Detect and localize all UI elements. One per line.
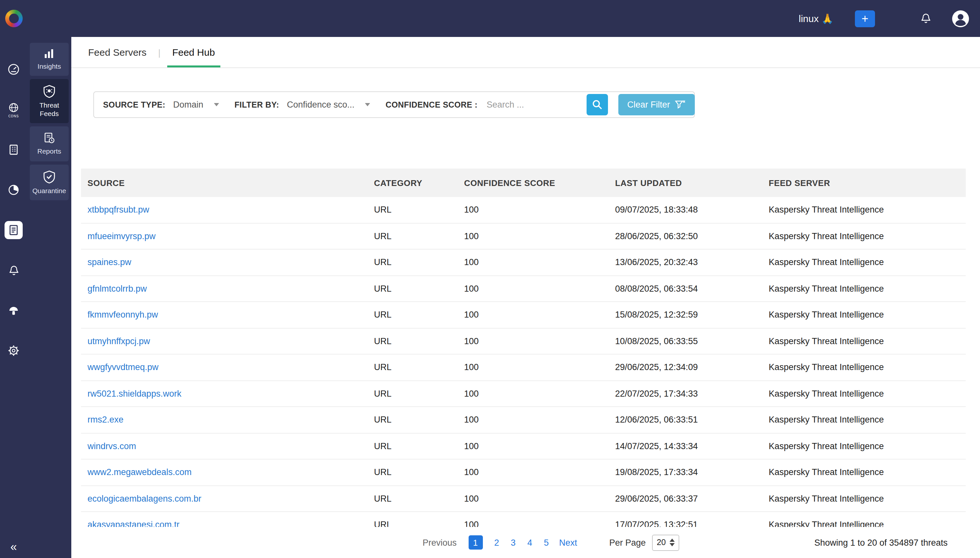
app-logo-icon <box>5 10 23 27</box>
page-button-4[interactable]: 4 <box>527 538 532 547</box>
search-button[interactable] <box>586 94 607 115</box>
per-page-select[interactable]: 20 <box>652 534 680 551</box>
column-header-source: SOURCE <box>81 178 368 188</box>
table-row: www2.megawebdeals.com URL 100 19/08/2025… <box>81 460 966 486</box>
category-cell: URL <box>368 494 458 504</box>
last-updated-cell: 14/07/2025, 14:33:34 <box>609 441 762 451</box>
feed-server-cell: Kaspersky Threat Intelligence <box>762 441 966 451</box>
page-numbers: 12345 <box>468 535 549 550</box>
tab-separator: | <box>158 47 161 57</box>
search-icon <box>591 99 602 110</box>
add-button[interactable]: + <box>855 10 875 27</box>
sidebar-item-label: Insights <box>33 62 66 71</box>
reports-doc-icon <box>43 132 56 145</box>
page-button-2[interactable]: 2 <box>494 538 499 547</box>
table-row: wwgfyvvdtmeq.pw URL 100 29/06/2025, 12:3… <box>81 354 966 381</box>
confidence-search-input[interactable] <box>486 100 584 110</box>
chevron-down-icon <box>213 103 219 106</box>
previous-page-button[interactable]: Previous <box>423 538 456 547</box>
table-row: windrvs.com URL 100 14/07/2025, 14:33:34… <box>81 433 966 460</box>
filter-by-label: FILTER BY: <box>234 100 279 109</box>
notifications-button[interactable] <box>920 12 932 25</box>
user-avatar[interactable] <box>952 10 970 28</box>
mushroom-icon[interactable] <box>0 290 27 330</box>
building-icon[interactable] <box>0 130 27 170</box>
source-link[interactable]: mfueeimvyrsp.pw <box>87 231 156 241</box>
gauge-icon <box>7 63 20 76</box>
feed-server-cell: Kaspersky Threat Intelligence <box>762 494 966 504</box>
category-cell: URL <box>368 310 458 320</box>
pagination-footer: Previous 12345 Next Per Page 20 Showing … <box>71 527 980 558</box>
icon-rail: CDNS <box>0 0 27 558</box>
sidebar-item-label: Quarantine <box>33 186 66 195</box>
next-page-button[interactable]: Next <box>559 538 577 547</box>
source-type-dropdown[interactable]: Domain <box>173 100 219 110</box>
table-row: gfnlmtcolrrb.pw URL 100 08/08/2025, 06:3… <box>81 276 966 302</box>
source-link[interactable]: windrvs.com <box>87 441 136 451</box>
source-link[interactable]: utmyhnffxpcj.pw <box>87 336 150 346</box>
source-link[interactable]: rms2.exe <box>87 415 123 425</box>
feed-server-cell: Kaspersky Threat Intelligence <box>762 258 966 268</box>
confidence-score-cell: 100 <box>458 389 609 399</box>
confidence-score-cell: 100 <box>458 284 609 294</box>
source-link[interactable]: fkmmvfeonnyh.pw <box>87 310 158 320</box>
table-header-row: SOURCE CATEGORY CONFIDENCE SCORE LAST UP… <box>81 169 966 197</box>
feed-server-cell: Kaspersky Threat Intelligence <box>762 205 966 215</box>
feed-server-cell: Kaspersky Threat Intelligence <box>762 468 966 477</box>
last-updated-cell: 28/06/2025, 06:32:50 <box>609 231 762 241</box>
page-button-5[interactable]: 5 <box>544 538 549 547</box>
last-updated-cell: 10/08/2025, 06:33:55 <box>609 336 762 346</box>
pager: Previous 12345 Next <box>423 527 577 558</box>
table-row: utmyhnffxpcj.pw URL 100 10/08/2025, 06:3… <box>81 328 966 354</box>
last-updated-cell: 12/06/2025, 06:33:51 <box>609 415 762 425</box>
cdns-globe-icon[interactable]: CDNS <box>0 89 27 130</box>
column-header-last-updated: LAST UPDATED <box>609 178 762 188</box>
sidebar-item-reports[interactable]: Reports <box>30 127 69 161</box>
bell-icon <box>920 12 932 25</box>
confidence-score-cell: 100 <box>458 441 609 451</box>
table-row: xtbbpqfrsubt.pw URL 100 09/07/2025, 18:3… <box>81 197 966 223</box>
sidebar-item-label: Reports <box>33 148 66 156</box>
chevron-down-icon <box>365 103 370 106</box>
page-button-1[interactable]: 1 <box>468 535 483 550</box>
source-link[interactable]: wwgfyvvdtmeq.pw <box>87 363 158 373</box>
source-type-value: Domain <box>173 100 203 110</box>
sidebar-item-insights[interactable]: Insights <box>30 43 69 76</box>
last-updated-cell: 09/07/2025, 18:33:48 <box>609 205 762 215</box>
source-link[interactable]: spaines.pw <box>87 258 131 268</box>
source-link[interactable]: ecologicaembalagens.com.br <box>87 494 201 504</box>
category-cell: URL <box>368 231 458 241</box>
sidebar-collapse-button[interactable]: « <box>0 540 27 554</box>
feed-server-cell: Kaspersky Threat Intelligence <box>762 415 966 425</box>
app-root: CDNS <box>0 0 980 558</box>
dashboard-icon[interactable] <box>0 49 27 89</box>
category-cell: URL <box>368 258 458 268</box>
sidebar-item-threat-feeds[interactable]: Threat Feeds <box>30 79 69 123</box>
last-updated-cell: 22/07/2025, 17:34:33 <box>609 389 762 399</box>
confidence-score-cell: 100 <box>458 415 609 425</box>
tab-feed-hub[interactable]: Feed Hub <box>166 37 222 67</box>
filter-by-dropdown[interactable]: Confidence sco... <box>287 100 370 110</box>
source-link[interactable]: gfnlmtcolrrb.pw <box>87 284 147 294</box>
source-link[interactable]: www2.megawebdeals.com <box>87 468 192 477</box>
source-cell: mfueeimvyrsp.pw <box>81 231 368 241</box>
source-cell: wwgfyvvdtmeq.pw <box>81 363 368 373</box>
threats-table: SOURCE CATEGORY CONFIDENCE SCORE LAST UP… <box>81 169 966 538</box>
threat-feeds-rail-item[interactable] <box>0 210 27 250</box>
source-link[interactable]: xtbbpqfrsubt.pw <box>87 205 149 215</box>
pie-chart-icon[interactable] <box>0 170 27 210</box>
main-content: Feed Servers | Feed Hub SOURCE TYPE: Dom… <box>71 37 980 558</box>
source-type-label: SOURCE TYPE: <box>103 100 165 109</box>
feed-server-cell: Kaspersky Threat Intelligence <box>762 336 966 346</box>
confidence-score-cell: 100 <box>458 258 609 268</box>
settings-gear-icon[interactable] <box>0 330 27 371</box>
category-cell: URL <box>368 468 458 477</box>
source-link[interactable]: rw5021.shieldapps.work <box>87 389 182 399</box>
active-rail-tile <box>5 221 23 239</box>
source-cell: windrvs.com <box>81 441 368 451</box>
sidebar-item-quarantine[interactable]: Quarantine <box>30 164 69 200</box>
clear-filter-button[interactable]: Clear Filter <box>618 94 694 115</box>
alerts-bell-rail-item[interactable] <box>0 250 27 290</box>
tab-feed-servers[interactable]: Feed Servers <box>82 37 153 67</box>
page-button-3[interactable]: 3 <box>511 538 515 547</box>
